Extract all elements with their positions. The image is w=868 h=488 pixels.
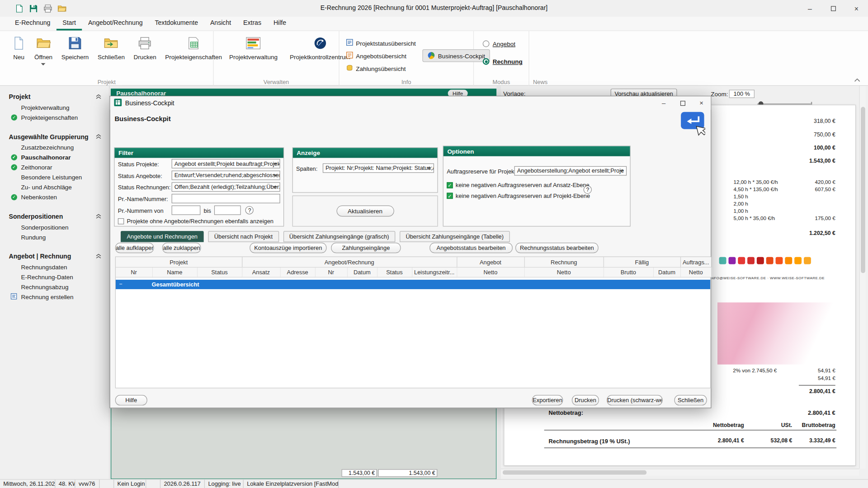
table-row-gesamtuebersicht[interactable]: − Gesamtübersicht — [116, 280, 710, 289]
pr-name-input[interactable] — [172, 194, 280, 203]
projektstatusuebersicht-button[interactable]: Projektstatusübersicht — [346, 39, 416, 47]
col-header[interactable]: Adresse — [280, 267, 315, 277]
sidebar-item-zusatzbezeichnung[interactable]: Zusatzbezeichnung — [0, 142, 109, 152]
zahlungsuebersicht-button[interactable]: Zahlungsübersicht — [346, 64, 416, 72]
dialog-close-button[interactable]: × — [692, 96, 711, 109]
alle-aufklappen-button[interactable]: alle aufklappen — [115, 243, 154, 253]
col-header[interactable]: Status — [197, 267, 242, 277]
checkbox-checked-icon[interactable]: ✓ — [447, 182, 453, 188]
col-header[interactable]: Brutto — [604, 267, 653, 277]
status-rechnungen-select[interactable]: Offen;Bezahlt (erledigt);Teilzahlung;Übe… — [172, 182, 280, 192]
time-qty: 4,50 h * 135,00 €/h — [733, 186, 778, 192]
sidebar-item-nebenkosten[interactable]: ✓Nebenkosten — [0, 192, 109, 202]
sidebar: Projekt Projektverwaltung ✓Projekteigens… — [0, 86, 109, 479]
sidebar-item-zeithonorar[interactable]: ✓Zeithonorar — [0, 162, 109, 172]
tree-expander-icon[interactable]: − — [119, 281, 122, 287]
scrollbar-thumb[interactable] — [503, 470, 646, 475]
printer-icon — [138, 36, 152, 52]
col-header[interactable]: Nr — [315, 267, 347, 277]
angebotsstatus-bearbeiten-button[interactable]: Angebotsstatus bearbeiten — [429, 243, 513, 253]
col-header[interactable]: Datum — [347, 267, 377, 277]
checkbox-icon[interactable] — [118, 218, 124, 224]
sidebar-item-pauschalhonorar[interactable]: ✓Pauschalhonorar — [0, 152, 109, 162]
menu-e-rechnung[interactable]: E-Rechnung — [9, 17, 57, 31]
menu-textdokumente[interactable]: Textdokumente — [149, 17, 204, 31]
horizontal-scrollbar[interactable] — [501, 469, 859, 476]
alle-zuklappen-button[interactable]: alle zuklappen — [162, 243, 201, 253]
sidebar-item-zu-und-abschlaege[interactable]: Zu- und Abschläge — [0, 182, 109, 192]
sidebar-section-gruppierung[interactable]: Ausgewählte Gruppierung — [0, 131, 109, 143]
schliessen-button[interactable]: Schließen — [93, 31, 129, 86]
modus-rechnung-radio[interactable]: Rechnung — [483, 58, 523, 65]
tab-uebersicht-nach-projekt[interactable]: Übersicht nach Projekt — [208, 231, 278, 242]
col-header[interactable]: Nr — [116, 267, 152, 277]
help-button[interactable]: ? — [584, 186, 592, 194]
spalten-select[interactable]: Projekt: Nr;Projekt: Name;Projekt: Statu… — [323, 164, 434, 173]
col-header[interactable]: Netto — [524, 267, 604, 277]
auftragsreserve-select[interactable]: Angebotserstellung;Angebot erstellt;Proj… — [514, 166, 627, 176]
angebotsuebersicht-button[interactable]: Angebotsübersicht — [346, 52, 416, 60]
sidebar-section-sonderpositionen[interactable]: Sonderpositionen — [0, 211, 109, 222]
tab-zahlungseingaenge-tabelle[interactable]: Übersicht Zahlungseingänge (Tabelle) — [400, 231, 510, 242]
col-header[interactable]: Netto — [457, 267, 524, 277]
sidebar-item-projekteigenschaften[interactable]: ✓Projekteigenschaften — [0, 113, 109, 122]
oeffnen-button[interactable]: Öffnen — [30, 31, 57, 86]
menu-start[interactable]: Start — [57, 17, 82, 31]
sidebar-item-rechnungsdaten[interactable]: Rechnungsdaten — [0, 262, 109, 272]
status-version: 2026.0.26.117 — [160, 480, 205, 488]
scrollbar-thumb[interactable] — [861, 107, 865, 273]
status-projekte-select[interactable]: Angebot erstellt;Projekt beauftragt;Proj… — [172, 159, 280, 169]
modus-angebot-radio[interactable]: Angebot — [483, 40, 523, 47]
help-button[interactable]: ? — [245, 206, 254, 214]
sidebar-item-sonderpositionen[interactable]: Sonderpositionen — [0, 222, 109, 232]
aktualisieren-button[interactable]: Aktualisieren — [336, 206, 394, 217]
speichern-button[interactable]: Speichern — [57, 31, 93, 86]
dialog-hilfe-button[interactable]: Hilfe — [115, 395, 147, 405]
menu-extras[interactable]: Extras — [237, 17, 268, 31]
menu-hilfe[interactable]: Hilfe — [267, 17, 292, 31]
sum-field-right: 1.543,00 € — [378, 469, 437, 477]
close-button[interactable]: × — [845, 0, 868, 17]
optionen-panel-header: Optionen — [443, 146, 630, 156]
schliessen-button[interactable]: Schließen — [674, 395, 707, 405]
ribbon-collapse-chevron-icon[interactable] — [854, 76, 860, 83]
zahlungseingaenge-button[interactable]: Zahlungseingänge — [331, 243, 401, 253]
minimize-button[interactable]: – — [798, 0, 821, 17]
drucken-schwarz-weiss-button[interactable]: Drucken (schwarz-weiß) — [607, 395, 663, 405]
col-header[interactable]: Netto — [680, 267, 712, 277]
col-header[interactable]: Ansatz — [242, 267, 280, 277]
sidebar-item-besondere-leistungen[interactable]: Besondere Leistungen — [0, 172, 109, 182]
sidebar-item-rundung[interactable]: Rundung — [0, 232, 109, 242]
tab-zahlungseingaenge-grafisch[interactable]: Übersicht Zahlungseingänge (grafisch) — [283, 231, 395, 242]
ribbon-group-label-info: Info — [340, 79, 473, 85]
zoom-value[interactable]: 100 % — [729, 90, 755, 98]
status-angebote-select[interactable]: Entwurf;Versendet;ruhend;abgeschlosser — [172, 171, 280, 180]
projektverwaltung-button[interactable]: Projektverwaltung — [225, 31, 282, 86]
sidebar-item-e-rechnung-daten[interactable]: E-Rechnung-Daten — [0, 272, 109, 282]
maximize-button[interactable] — [821, 0, 844, 17]
col-header[interactable]: Leistungszeitr... — [412, 267, 457, 277]
pr-nummern-von-input[interactable] — [172, 206, 201, 215]
sidebar-section-angebot-rechnung[interactable]: Angebot | Rechnung — [0, 251, 109, 262]
exportieren-button[interactable]: Exportieren — [532, 395, 563, 405]
sidebar-item-rechnungsabzug[interactable]: Rechnungsabzug — [0, 282, 109, 292]
pr-nummern-bis-input[interactable] — [214, 206, 241, 215]
col-header[interactable]: Datum — [653, 267, 680, 277]
rechnungsstatus-bearbeiten-button[interactable]: Rechnungsstatus bearbeiten — [515, 243, 599, 253]
kontoauszuege-importieren-button[interactable]: Kontoauszüge importieren — [250, 243, 326, 253]
tab-angebote-und-rechnungen[interactable]: Angebote und Rechnungen — [121, 231, 204, 242]
neu-button[interactable]: Neu — [8, 31, 30, 86]
dialog-maximize-button[interactable] — [673, 96, 692, 109]
menu-angebot-rechnung[interactable]: Angebot/Rechnung — [82, 17, 149, 31]
vertical-scrollbar[interactable] — [859, 86, 866, 469]
dialog-minimize-button[interactable]: – — [654, 96, 673, 109]
col-header[interactable]: Status — [377, 267, 412, 277]
col-header[interactable]: Name — [152, 267, 197, 277]
sidebar-section-projekt[interactable]: Projekt — [0, 91, 109, 103]
drucken-button[interactable]: Drucken — [572, 395, 599, 405]
drucken-button[interactable]: Drucken — [129, 31, 161, 86]
sidebar-item-projektverwaltung[interactable]: Projektverwaltung — [0, 103, 109, 113]
checkbox-checked-icon[interactable]: ✓ — [447, 192, 453, 198]
menu-ansicht[interactable]: Ansicht — [204, 17, 237, 31]
sidebar-item-rechnung-erstellen[interactable]: Rechnung erstellen — [0, 292, 109, 302]
